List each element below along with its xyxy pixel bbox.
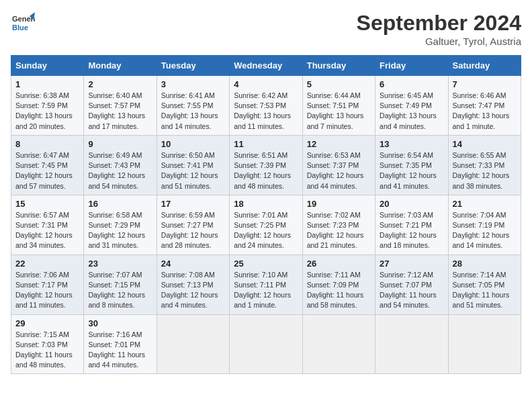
day-number: 21	[453, 199, 517, 209]
day-info: Sunrise: 7:14 AM Sunset: 7:05 PM Dayligh…	[453, 270, 517, 311]
day-number: 8	[15, 139, 79, 149]
day-info: Sunrise: 6:40 AM Sunset: 7:57 PM Dayligh…	[88, 91, 152, 132]
day-number: 2	[88, 79, 152, 89]
calendar-cell: 15Sunrise: 6:57 AM Sunset: 7:31 PM Dayli…	[11, 195, 84, 255]
day-info: Sunrise: 6:38 AM Sunset: 7:59 PM Dayligh…	[15, 91, 79, 132]
day-info: Sunrise: 6:51 AM Sunset: 7:39 PM Dayligh…	[234, 150, 298, 191]
day-info: Sunrise: 6:57 AM Sunset: 7:31 PM Dayligh…	[15, 210, 79, 251]
svg-text:Blue: Blue	[12, 24, 28, 32]
calendar-cell: 29Sunrise: 7:15 AM Sunset: 7:03 PM Dayli…	[11, 314, 84, 374]
day-info: Sunrise: 7:12 AM Sunset: 7:07 PM Dayligh…	[380, 270, 443, 311]
calendar-cell: 10Sunrise: 6:50 AM Sunset: 7:41 PM Dayli…	[157, 135, 229, 195]
day-number: 26	[307, 259, 371, 269]
calendar-cell: 23Sunrise: 7:07 AM Sunset: 7:15 PM Dayli…	[84, 255, 157, 314]
day-info: Sunrise: 7:07 AM Sunset: 7:15 PM Dayligh…	[88, 270, 152, 311]
calendar-cell	[375, 314, 448, 374]
day-number: 23	[88, 259, 152, 269]
day-info: Sunrise: 6:54 AM Sunset: 7:35 PM Dayligh…	[380, 150, 443, 191]
calendar-cell: 21Sunrise: 7:04 AM Sunset: 7:19 PM Dayli…	[448, 195, 521, 255]
day-info: Sunrise: 6:58 AM Sunset: 7:29 PM Dayligh…	[88, 210, 152, 251]
day-number: 13	[380, 139, 443, 149]
day-number: 5	[307, 79, 371, 89]
calendar-cell: 25Sunrise: 7:10 AM Sunset: 7:11 PM Dayli…	[230, 255, 302, 314]
calendar-cell: 22Sunrise: 7:06 AM Sunset: 7:17 PM Dayli…	[11, 255, 84, 314]
day-info: Sunrise: 7:11 AM Sunset: 7:09 PM Dayligh…	[307, 270, 371, 311]
col-header-sunday: Sunday	[11, 56, 84, 76]
calendar-cell: 27Sunrise: 7:12 AM Sunset: 7:07 PM Dayli…	[375, 255, 448, 314]
calendar-cell: 3Sunrise: 6:41 AM Sunset: 7:55 PM Daylig…	[157, 76, 229, 136]
col-header-monday: Monday	[84, 56, 157, 76]
calendar-cell: 13Sunrise: 6:54 AM Sunset: 7:35 PM Dayli…	[375, 135, 448, 195]
day-number: 12	[307, 139, 371, 149]
day-number: 15	[15, 199, 79, 209]
day-number: 1	[15, 79, 79, 89]
calendar-cell: 11Sunrise: 6:51 AM Sunset: 7:39 PM Dayli…	[230, 135, 302, 195]
logo-icon: General Blue	[11, 11, 35, 35]
calendar-cell: 30Sunrise: 7:16 AM Sunset: 7:01 PM Dayli…	[84, 314, 157, 374]
calendar-cell: 12Sunrise: 6:53 AM Sunset: 7:37 PM Dayli…	[302, 135, 375, 195]
day-number: 11	[234, 139, 298, 149]
page-header: General Blue September 2024 Galtuer, Tyr…	[11, 11, 521, 47]
day-number: 28	[453, 259, 517, 269]
week-row-5: 29Sunrise: 7:15 AM Sunset: 7:03 PM Dayli…	[11, 314, 521, 374]
day-info: Sunrise: 7:02 AM Sunset: 7:23 PM Dayligh…	[307, 210, 371, 251]
day-info: Sunrise: 6:49 AM Sunset: 7:43 PM Dayligh…	[88, 150, 152, 191]
day-info: Sunrise: 7:01 AM Sunset: 7:25 PM Dayligh…	[234, 210, 298, 251]
calendar-cell: 9Sunrise: 6:49 AM Sunset: 7:43 PM Daylig…	[84, 135, 157, 195]
col-header-friday: Friday	[375, 56, 448, 76]
day-number: 22	[15, 259, 79, 269]
title-block: September 2024 Galtuer, Tyrol, Austria	[357, 11, 521, 47]
week-row-4: 22Sunrise: 7:06 AM Sunset: 7:17 PM Dayli…	[11, 255, 521, 314]
day-info: Sunrise: 6:50 AM Sunset: 7:41 PM Dayligh…	[161, 150, 225, 191]
day-info: Sunrise: 6:47 AM Sunset: 7:45 PM Dayligh…	[15, 150, 79, 191]
day-number: 4	[234, 79, 298, 89]
col-header-thursday: Thursday	[302, 56, 375, 76]
day-info: Sunrise: 6:44 AM Sunset: 7:51 PM Dayligh…	[307, 91, 371, 132]
calendar-cell: 1Sunrise: 6:38 AM Sunset: 7:59 PM Daylig…	[11, 76, 84, 136]
calendar-cell	[230, 314, 302, 374]
day-number: 30	[88, 318, 152, 328]
day-number: 18	[234, 199, 298, 209]
month-title: September 2024	[357, 11, 521, 36]
calendar-cell: 26Sunrise: 7:11 AM Sunset: 7:09 PM Dayli…	[302, 255, 375, 314]
day-info: Sunrise: 6:55 AM Sunset: 7:33 PM Dayligh…	[453, 150, 517, 191]
calendar-cell	[157, 314, 229, 374]
calendar-cell: 20Sunrise: 7:03 AM Sunset: 7:21 PM Dayli…	[375, 195, 448, 255]
day-number: 10	[161, 139, 225, 149]
calendar-cell: 28Sunrise: 7:14 AM Sunset: 7:05 PM Dayli…	[448, 255, 521, 314]
calendar-cell: 5Sunrise: 6:44 AM Sunset: 7:51 PM Daylig…	[302, 76, 375, 136]
day-info: Sunrise: 6:59 AM Sunset: 7:27 PM Dayligh…	[161, 210, 225, 251]
day-number: 3	[161, 79, 225, 89]
day-number: 19	[307, 199, 371, 209]
day-info: Sunrise: 7:04 AM Sunset: 7:19 PM Dayligh…	[453, 210, 517, 251]
day-info: Sunrise: 6:53 AM Sunset: 7:37 PM Dayligh…	[307, 150, 371, 191]
calendar-cell: 17Sunrise: 6:59 AM Sunset: 7:27 PM Dayli…	[157, 195, 229, 255]
calendar-cell: 4Sunrise: 6:42 AM Sunset: 7:53 PM Daylig…	[230, 76, 302, 136]
logo: General Blue	[11, 11, 35, 35]
day-info: Sunrise: 7:08 AM Sunset: 7:13 PM Dayligh…	[161, 270, 225, 311]
calendar-cell	[448, 314, 521, 374]
day-info: Sunrise: 7:03 AM Sunset: 7:21 PM Dayligh…	[380, 210, 443, 251]
day-info: Sunrise: 7:10 AM Sunset: 7:11 PM Dayligh…	[234, 270, 298, 311]
col-header-wednesday: Wednesday	[230, 56, 302, 76]
calendar-cell: 24Sunrise: 7:08 AM Sunset: 7:13 PM Dayli…	[157, 255, 229, 314]
calendar-cell: 19Sunrise: 7:02 AM Sunset: 7:23 PM Dayli…	[302, 195, 375, 255]
day-number: 24	[161, 259, 225, 269]
calendar-cell: 2Sunrise: 6:40 AM Sunset: 7:57 PM Daylig…	[84, 76, 157, 136]
calendar-header-row: SundayMondayTuesdayWednesdayThursdayFrid…	[11, 56, 521, 76]
calendar-cell: 16Sunrise: 6:58 AM Sunset: 7:29 PM Dayli…	[84, 195, 157, 255]
day-info: Sunrise: 6:46 AM Sunset: 7:47 PM Dayligh…	[453, 91, 517, 132]
day-number: 27	[380, 259, 443, 269]
location: Galtuer, Tyrol, Austria	[357, 36, 521, 47]
calendar-cell: 14Sunrise: 6:55 AM Sunset: 7:33 PM Dayli…	[448, 135, 521, 195]
week-row-3: 15Sunrise: 6:57 AM Sunset: 7:31 PM Dayli…	[11, 195, 521, 255]
day-number: 16	[88, 199, 152, 209]
calendar-cell	[302, 314, 375, 374]
day-number: 9	[88, 139, 152, 149]
day-number: 20	[380, 199, 443, 209]
day-number: 29	[15, 318, 79, 328]
col-header-tuesday: Tuesday	[157, 56, 229, 76]
day-info: Sunrise: 7:06 AM Sunset: 7:17 PM Dayligh…	[15, 270, 79, 311]
week-row-2: 8Sunrise: 6:47 AM Sunset: 7:45 PM Daylig…	[11, 135, 521, 195]
day-number: 14	[453, 139, 517, 149]
